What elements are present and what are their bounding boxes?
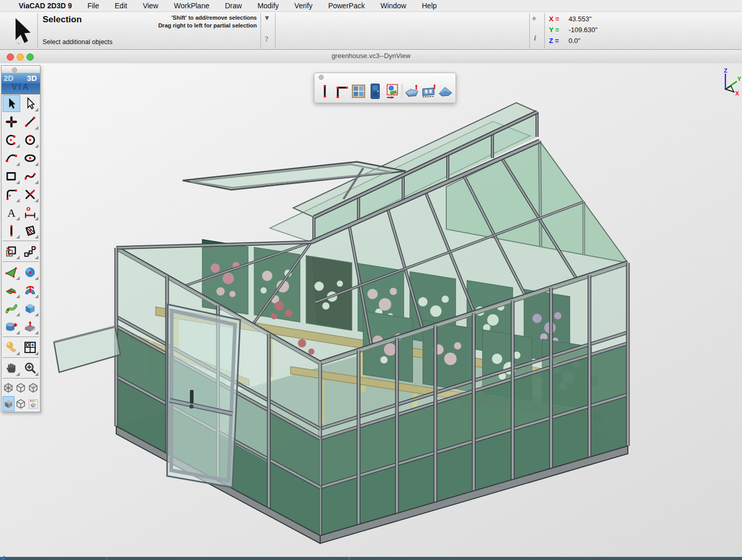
menu-edit[interactable]: Edit bbox=[115, 2, 127, 10]
tool-text[interactable]: A bbox=[3, 204, 20, 221]
snap-target-icon[interactable]: ⌖ bbox=[532, 14, 537, 23]
menu-powerpack[interactable]: PowerPack bbox=[328, 2, 365, 10]
model-viewport[interactable]: 2D 3D VIA bbox=[0, 63, 742, 560]
tool-fillet[interactable] bbox=[3, 186, 20, 203]
separator bbox=[349, 557, 350, 560]
tool-wireframe-view[interactable] bbox=[3, 380, 15, 395]
tool-point[interactable] bbox=[3, 113, 20, 130]
tool-spline[interactable] bbox=[21, 167, 39, 185]
tool-window[interactable] bbox=[350, 82, 366, 101]
tool-sphere[interactable] bbox=[21, 263, 39, 281]
palette-title-bar[interactable] bbox=[2, 66, 40, 73]
mode-2d-button[interactable]: 2D bbox=[4, 74, 13, 82]
menu-view[interactable]: View bbox=[143, 2, 158, 10]
expand-options-button[interactable]: ▼ bbox=[264, 14, 270, 22]
tool-info-bar: Selection Select additional objects 'Shi… bbox=[0, 12, 742, 50]
tool-rectangle[interactable] bbox=[3, 167, 20, 185]
menu-draw[interactable]: Draw bbox=[225, 2, 242, 10]
tool-transform[interactable] bbox=[3, 243, 20, 260]
document-title: greenhouse.vc3--DynView bbox=[0, 52, 742, 60]
tool-floor-slab[interactable] bbox=[404, 82, 420, 101]
tool-render-settings[interactable] bbox=[28, 396, 39, 411]
tool-curve[interactable] bbox=[3, 149, 20, 166]
via-logo: VIA bbox=[2, 82, 40, 92]
coord-y-value[interactable]: -109.630" bbox=[569, 26, 598, 34]
tool-extrude[interactable] bbox=[3, 282, 20, 299]
coord-x-value[interactable]: 43.553" bbox=[569, 15, 592, 23]
tool-wall-segment[interactable] bbox=[317, 82, 333, 101]
greenhouse-3d-model[interactable] bbox=[0, 63, 742, 560]
tool-line[interactable] bbox=[21, 113, 39, 130]
palette-mode-header[interactable]: 2D 3D VIA bbox=[2, 73, 40, 94]
coord-z-value[interactable]: 0.0" bbox=[569, 37, 581, 45]
menu-verify[interactable]: Verify bbox=[294, 2, 312, 10]
menu-workplane[interactable]: WorkPlane bbox=[174, 2, 209, 10]
door-handle[interactable] bbox=[189, 390, 194, 409]
viacad-app-window: ViaCAD 2D3D 9 File Edit View WorkPlane D… bbox=[0, 0, 742, 560]
tool-insert-symbol[interactable] bbox=[384, 82, 400, 101]
coordinate-readout: X = 43.553" Y = -109.630" Z = 0.0" bbox=[549, 13, 598, 46]
tool-door[interactable] bbox=[367, 82, 383, 101]
hint-line-2: Drag right to left for partial selection bbox=[101, 22, 257, 30]
menu-file[interactable]: File bbox=[87, 2, 99, 10]
open-door[interactable] bbox=[167, 304, 240, 487]
tool-select-options[interactable] bbox=[21, 95, 39, 112]
coord-x-label: X = bbox=[549, 13, 567, 24]
tool-boolean-add[interactable] bbox=[3, 318, 20, 335]
coord-y-row: Y = -109.630" bbox=[549, 24, 598, 35]
tool-circle[interactable] bbox=[21, 131, 39, 148]
tool-open-wireframe-view[interactable] bbox=[15, 396, 27, 411]
tool-revolve[interactable] bbox=[21, 282, 39, 299]
tool-framed-wall[interactable] bbox=[421, 82, 437, 101]
tool-construction-line[interactable] bbox=[3, 222, 20, 239]
document-title-bar[interactable]: greenhouse.vc3--DynView bbox=[0, 50, 742, 64]
tool-push-pull[interactable] bbox=[21, 318, 39, 335]
tool-pan[interactable] bbox=[3, 359, 20, 376]
archbar-close-icon[interactable] bbox=[319, 75, 324, 80]
menu-help[interactable]: Help bbox=[422, 2, 437, 10]
coord-z-label: Z = bbox=[549, 35, 567, 46]
tool-viewport-layout[interactable] bbox=[21, 339, 39, 356]
coord-z-row: Z = 0.0" bbox=[549, 35, 598, 46]
tool-arc[interactable] bbox=[3, 131, 20, 148]
corner-resize-icon bbox=[0, 555, 5, 560]
tool-hidden-line-view[interactable] bbox=[15, 380, 27, 395]
help-button[interactable]: ? bbox=[265, 35, 269, 44]
tool-options-column: ▼ ? bbox=[261, 12, 274, 49]
menu-bar: ViaCAD 2D3D 9 File Edit View WorkPlane D… bbox=[0, 0, 742, 12]
tool-select[interactable] bbox=[3, 95, 20, 112]
tool-solid-primitive[interactable] bbox=[21, 300, 39, 317]
tool-hatch[interactable] bbox=[21, 222, 39, 239]
menu-modify[interactable]: Modify bbox=[257, 2, 279, 10]
separator bbox=[106, 557, 107, 560]
tool-copy-along-curve[interactable] bbox=[21, 243, 39, 260]
separator bbox=[544, 13, 545, 48]
palette-separator bbox=[3, 261, 39, 262]
hint-line-1: 'Shift' to add/remove selections bbox=[101, 14, 257, 22]
tool-title: Selection bbox=[43, 15, 82, 25]
info-icon[interactable]: i bbox=[534, 34, 536, 43]
axis-indicator: Z Y X bbox=[715, 67, 742, 96]
tool-surface[interactable] bbox=[3, 263, 20, 281]
mode-3d-button[interactable]: 3D bbox=[27, 74, 37, 82]
tool-ghosted-view[interactable] bbox=[28, 380, 39, 395]
tool-wall-corner[interactable] bbox=[334, 82, 350, 101]
palette-separator bbox=[3, 337, 39, 337]
coord-y-label: Y = bbox=[549, 24, 567, 35]
tool-dimension[interactable] bbox=[21, 204, 39, 221]
svg-text:A: A bbox=[7, 206, 16, 219]
tool-roof[interactable] bbox=[437, 82, 454, 101]
app-menu[interactable]: ViaCAD 2D3D 9 bbox=[19, 2, 72, 10]
tool-trim[interactable] bbox=[21, 186, 39, 203]
tool-status-text: Select additional objects bbox=[43, 38, 113, 46]
tool-ellipse[interactable] bbox=[21, 149, 39, 166]
tool-sweep[interactable] bbox=[3, 300, 20, 317]
tool-zoom[interactable] bbox=[21, 359, 39, 376]
menu-window[interactable]: Window bbox=[380, 2, 406, 10]
architecture-toolbar bbox=[314, 73, 456, 103]
axis-y-label: Y bbox=[737, 76, 741, 82]
tool-render-material[interactable] bbox=[3, 339, 20, 356]
palette-close-icon[interactable] bbox=[12, 67, 17, 73]
bottom-edge-bar bbox=[0, 557, 742, 560]
tool-shaded-view[interactable] bbox=[3, 396, 15, 411]
